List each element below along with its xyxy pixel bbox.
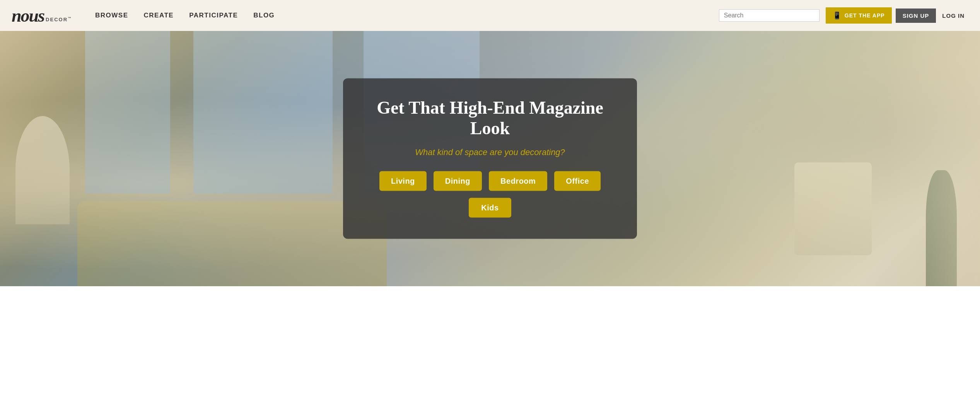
nav-browse[interactable]: BROWSE: [95, 12, 128, 19]
log-in-button[interactable]: LOG IN: [938, 9, 968, 23]
space-btn-living[interactable]: Living: [379, 171, 427, 191]
space-buttons: Living Dining Bedroom Office Kids: [370, 171, 610, 217]
chair-decoration: [794, 162, 872, 255]
hero-overlay: Get That High-End Magazine Look What kin…: [343, 79, 637, 239]
lamp-decoration: [15, 116, 70, 224]
logo[interactable]: nous DECOR™: [12, 5, 72, 26]
curtain-decoration: [887, 31, 980, 286]
sofa-decoration: [77, 201, 387, 286]
nav-participate[interactable]: PARTICIPATE: [189, 12, 238, 19]
window-left: [85, 31, 170, 193]
phone-icon: 📱: [833, 11, 842, 20]
space-btn-kids[interactable]: Kids: [469, 198, 511, 217]
search-box: [719, 9, 820, 22]
sign-up-button[interactable]: SIGN UP: [896, 9, 936, 23]
hero-title: Get That High-End Magazine Look: [370, 98, 610, 139]
hero-section: Get That High-End Magazine Look What kin…: [0, 31, 980, 286]
nav-create[interactable]: CREATE: [144, 12, 174, 19]
space-btn-bedroom[interactable]: Bedroom: [489, 171, 547, 191]
search-input[interactable]: [724, 12, 814, 19]
header: nous DECOR™ BROWSE CREATE PARTICIPATE BL…: [0, 0, 980, 31]
logo-nous: nous: [12, 5, 44, 26]
get-app-label: GET THE APP: [845, 12, 885, 19]
main-nav: BROWSE CREATE PARTICIPATE BLOG: [95, 12, 711, 19]
hero-subtitle: What kind of space are you decorating?: [370, 147, 610, 157]
logo-decor: DECOR™: [46, 16, 72, 22]
nav-blog[interactable]: BLOG: [253, 12, 275, 19]
window-center: [193, 31, 333, 193]
space-btn-office[interactable]: Office: [554, 171, 601, 191]
space-btn-dining[interactable]: Dining: [434, 171, 482, 191]
get-app-button[interactable]: 📱 GET THE APP: [826, 7, 892, 24]
